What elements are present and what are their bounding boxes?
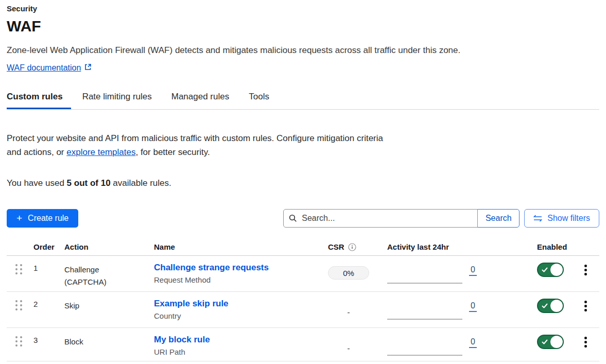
tab-managed-rules[interactable]: Managed rules	[171, 92, 229, 109]
header-action: Action	[64, 242, 154, 251]
kebab-menu-icon[interactable]	[583, 264, 591, 276]
rule-field-label: URI Path	[154, 348, 328, 356]
waf-page: Security WAF Zone-level Web Application …	[0, 0, 606, 361]
rule-action-line1: Challenge	[64, 264, 154, 276]
page-title: WAF	[7, 18, 599, 35]
create-rule-button[interactable]: + Create rule	[7, 209, 78, 228]
rule-order: 3	[33, 335, 64, 361]
header-handle-spacer	[7, 242, 33, 251]
csr-empty-value: -	[328, 308, 369, 317]
rule-csr-cell: 0%	[328, 263, 387, 291]
create-rule-label: Create rule	[28, 214, 68, 223]
rules-toolbar: + Create rule Search Show filters	[7, 209, 599, 228]
header-menu-spacer	[582, 242, 599, 251]
tab-rate-limiting-rules[interactable]: Rate limiting rules	[82, 92, 152, 109]
header-name: Name	[154, 242, 328, 251]
usage-prefix: You have used	[7, 178, 67, 188]
waf-tab-bar: Custom rules Rate limiting rules Managed…	[7, 92, 599, 110]
toolbar-right-group: Search Show filters	[283, 209, 599, 228]
usage-suffix: available rules.	[111, 178, 171, 188]
header-activity: Activity last 24hr	[387, 242, 537, 251]
external-link-icon	[84, 63, 92, 73]
rule-name-link[interactable]: Challenge strange requests	[154, 263, 269, 272]
rule-name-link[interactable]: My block rule	[154, 335, 210, 344]
header-csr: CSR	[328, 242, 387, 251]
activity-count-link[interactable]: 0	[469, 265, 477, 276]
swap-arrows-icon	[533, 215, 542, 222]
toggle-knob	[550, 336, 563, 348]
intro-text-after: , for better security.	[135, 147, 210, 157]
activity-sparkline	[387, 355, 462, 356]
rule-field-label: Country	[154, 311, 328, 320]
rule-name-cell: Example skip rule Country	[154, 299, 328, 327]
rule-order: 2	[33, 299, 64, 327]
drag-handle-icon[interactable]	[15, 300, 22, 310]
show-filters-button[interactable]: Show filters	[524, 209, 599, 228]
rule-action: Skip	[64, 299, 154, 327]
rule-action-line1: Skip	[64, 300, 154, 312]
search-button[interactable]: Search	[477, 209, 520, 228]
toggle-knob	[550, 264, 563, 276]
info-circle-icon[interactable]	[348, 243, 356, 251]
table-row: 2 Skip Example skip rule Country - 0	[7, 292, 599, 328]
search-input[interactable]	[283, 209, 478, 228]
search-box	[283, 209, 478, 228]
rule-menu-cell	[582, 263, 599, 291]
tab-tools[interactable]: Tools	[249, 92, 269, 109]
drag-handle-icon[interactable]	[15, 336, 22, 346]
custom-rules-table: Order Action Name CSR Activity last 24hr…	[7, 242, 599, 361]
activity-count-link[interactable]: 0	[469, 301, 477, 312]
header-enabled: Enabled	[537, 242, 582, 251]
row-handle-cell	[7, 335, 33, 361]
rule-enabled-cell	[537, 335, 582, 361]
checkmark-icon	[542, 267, 548, 273]
checkmark-icon	[542, 339, 548, 345]
header-order: Order	[33, 242, 64, 251]
checkmark-icon	[542, 303, 548, 309]
rule-field-label: Request Method	[154, 275, 328, 284]
rule-name-cell: My block rule URI Path	[154, 335, 328, 361]
drag-handle-icon[interactable]	[15, 264, 22, 274]
activity-sparkline	[387, 283, 462, 284]
explore-templates-link[interactable]: explore templates	[66, 147, 135, 157]
rule-activity-cell: 0	[387, 335, 537, 361]
intro-paragraph: Protect your website and API from malici…	[7, 131, 390, 159]
enabled-toggle[interactable]	[537, 299, 564, 313]
doc-link-label: WAF documentation	[7, 63, 81, 73]
enabled-toggle[interactable]	[537, 335, 564, 349]
activity-sparkline	[387, 319, 462, 320]
rule-name-cell: Challenge strange requests Request Metho…	[154, 263, 328, 291]
table-row: 1 Challenge (CAPTCHA) Challenge strange …	[7, 256, 599, 292]
activity-count-link[interactable]: 0	[469, 337, 477, 348]
rule-menu-cell	[582, 299, 599, 327]
tab-custom-rules[interactable]: Custom rules	[7, 92, 71, 109]
usage-summary: You have used 5 out of 10 available rule…	[7, 178, 599, 188]
waf-documentation-link[interactable]: WAF documentation	[7, 63, 92, 73]
header-csr-label: CSR	[328, 242, 344, 251]
rule-activity-cell: 0	[387, 263, 537, 291]
csr-badge: 0%	[328, 266, 369, 280]
rule-order: 1	[33, 263, 64, 291]
plus-icon: +	[16, 213, 22, 223]
doc-link-row: WAF documentation	[7, 63, 599, 74]
rule-activity-cell: 0	[387, 299, 537, 327]
page-description: Zone-level Web Application Firewall (WAF…	[7, 45, 599, 56]
rule-csr-cell: -	[328, 299, 387, 327]
row-handle-cell	[7, 299, 33, 327]
show-filters-label: Show filters	[547, 214, 590, 223]
table-header-row: Order Action Name CSR Activity last 24hr…	[7, 242, 599, 256]
rule-action-line2: (CAPTCHA)	[64, 276, 154, 288]
row-handle-cell	[7, 263, 33, 291]
rule-enabled-cell	[537, 263, 582, 291]
usage-count: 5 out of 10	[67, 178, 111, 188]
rule-enabled-cell	[537, 299, 582, 327]
rule-action: Challenge (CAPTCHA)	[64, 263, 154, 291]
kebab-menu-icon[interactable]	[583, 336, 591, 349]
rule-csr-cell: -	[328, 335, 387, 361]
csr-empty-value: -	[328, 344, 369, 353]
enabled-toggle[interactable]	[537, 263, 564, 277]
toggle-knob	[550, 300, 563, 312]
rule-name-link[interactable]: Example skip rule	[154, 299, 229, 308]
kebab-menu-icon[interactable]	[583, 300, 591, 313]
search-icon	[289, 214, 297, 222]
